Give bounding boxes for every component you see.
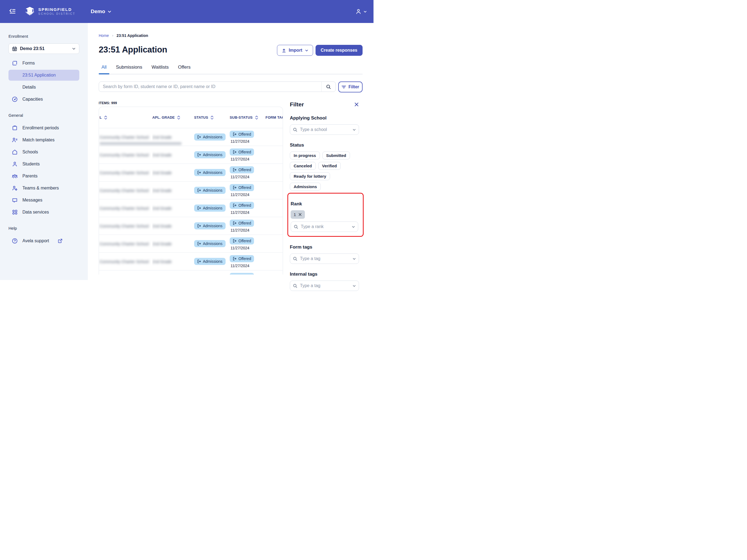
applying-school-input[interactable] — [300, 127, 350, 132]
tab-all[interactable]: All — [99, 65, 109, 74]
person-gear-icon — [12, 185, 18, 191]
column-header-sub-status[interactable]: SUB-STATUS — [230, 116, 265, 120]
environment-label: Demo — [91, 8, 105, 15]
column-header-form-tag[interactable]: FORM TAG — [265, 116, 283, 120]
user-menu[interactable] — [355, 8, 367, 15]
table-row[interactable]: Community Charter School 2nd Grade Admis… — [99, 146, 283, 164]
chevron-down-icon — [72, 47, 76, 51]
sidebar-item-parents[interactable]: Parents — [8, 171, 79, 182]
sort-icon[interactable] — [177, 116, 180, 120]
sub-status-badge[interactable]: Offered — [230, 273, 254, 275]
status-chip-verified[interactable]: Verified — [318, 162, 341, 170]
table-row[interactable]: Community Charter School 2nd Grade Admis… — [99, 253, 283, 271]
sidebar-item-forms[interactable]: Forms — [8, 58, 79, 69]
sidebar-item-messages[interactable]: Messages — [8, 195, 79, 206]
sub-status-badge[interactable]: Offered — [230, 184, 254, 191]
grade-cell-redacted: 2nd Grade — [152, 153, 172, 157]
column-header-school[interactable]: L — [99, 116, 152, 120]
sub-status-badge[interactable]: Offered — [230, 166, 254, 173]
school-cell-redacted: Community Charter School — [100, 206, 149, 210]
table-header-row: L APL. GRADE STATUS — [99, 107, 283, 128]
sort-icon[interactable] — [104, 116, 107, 120]
form-tags-input[interactable] — [300, 256, 350, 261]
sidebar-item-label: Teams & members — [22, 186, 59, 190]
enrollment-period-select[interactable]: Demo 23:51 — [8, 44, 79, 54]
main-content: Home › 23:51 Application 23:51 Applicati… — [88, 23, 374, 280]
tab-submissions[interactable]: Submissions — [113, 65, 145, 74]
sidebar-item-data-services[interactable]: Data services — [8, 207, 79, 218]
column-header-apl-grade[interactable]: APL. GRADE — [152, 116, 194, 120]
search-submit[interactable] — [321, 82, 335, 92]
status-chip-in-progress[interactable]: In progress — [290, 152, 320, 159]
remove-tag-icon[interactable] — [298, 213, 302, 216]
sidebar-item-match-templates[interactable]: Match templates — [8, 134, 79, 146]
sub-status-badge[interactable]: Offered — [230, 131, 254, 138]
environment-dropdown[interactable]: Demo — [91, 8, 111, 15]
brand-subtitle: SCHOOL DISTRICT — [38, 12, 75, 16]
sort-icon[interactable] — [255, 116, 258, 120]
rank-combobox[interactable] — [291, 222, 358, 232]
status-transfer-icon — [197, 206, 201, 210]
sidebar-item-capacities[interactable]: Capacities — [8, 94, 79, 105]
table-row[interactable]: Community Charter School 2nd Grade Admis… — [99, 271, 283, 275]
tab-waitlists[interactable]: Waitlists — [149, 65, 172, 74]
sub-status-date: 11/27/2024 — [230, 246, 249, 250]
search-input[interactable] — [99, 84, 321, 89]
table-row[interactable]: Community Charter School 2nd Grade Admis… — [99, 217, 283, 235]
sidebar-item-label: Data services — [22, 210, 49, 215]
table-row[interactable]: Community Charter School 2nd Grade Admis… — [99, 235, 283, 253]
table-row[interactable]: Community Charter School 2nd Grade Admis… — [99, 128, 283, 146]
sidebar-item-avela-support[interactable]: Avela support — [8, 235, 79, 246]
status-badge[interactable]: Admissions — [194, 258, 226, 265]
sidebar-item-students[interactable]: Students — [8, 159, 79, 170]
collapse-sidebar-icon[interactable] — [9, 7, 17, 16]
sidebar-item-details[interactable]: Details — [8, 82, 79, 93]
chevron-down-icon[interactable] — [352, 225, 355, 229]
status-badge[interactable]: Admissions — [194, 133, 226, 141]
status-chip-canceled[interactable]: Canceled — [290, 162, 316, 170]
brand-logo[interactable]: SPRINGFIELD SCHOOL DISTRICT — [24, 6, 75, 17]
sidebar-item-teams-members[interactable]: Teams & members — [8, 183, 79, 194]
import-button[interactable]: Import — [277, 45, 313, 56]
status-chip-submitted[interactable]: Submitted — [323, 152, 350, 159]
applying-school-combobox[interactable] — [290, 124, 359, 135]
rank-selected-tag[interactable]: 1 — [291, 210, 305, 219]
sort-icon[interactable] — [210, 116, 214, 120]
sub-status-badge[interactable]: Offered — [230, 149, 254, 156]
chevron-down-icon[interactable] — [353, 257, 356, 261]
sub-status-badge[interactable]: Offered — [230, 202, 254, 209]
sidebar-item-schools[interactable]: Schools — [8, 147, 79, 157]
status-chip-ready-for-lottery[interactable]: Ready for lottery — [290, 172, 330, 180]
search-box — [99, 81, 336, 92]
column-header-status[interactable]: STATUS — [194, 116, 230, 120]
school-cell-redacted: Community Charter School — [100, 170, 149, 175]
status-transfer-icon — [233, 168, 236, 172]
filter-button[interactable]: Filter — [338, 81, 363, 93]
sidebar-item-application[interactable]: 23:51 Application — [8, 70, 79, 81]
sub-status-date: 11/27/2024 — [230, 139, 249, 144]
create-responses-button[interactable]: Create responses — [315, 45, 363, 56]
status-badge[interactable]: Admissions — [194, 169, 226, 176]
gauge-icon — [12, 96, 18, 102]
status-transfer-icon — [197, 153, 201, 157]
status-badge[interactable]: Admissions — [194, 222, 226, 229]
tab-offers[interactable]: Offers — [175, 65, 193, 74]
status-badge[interactable]: Admissions — [194, 205, 226, 212]
breadcrumb-home-link[interactable]: Home — [99, 33, 109, 38]
rank-input[interactable] — [301, 224, 349, 229]
sub-status-badge[interactable]: Offered — [230, 220, 254, 227]
status-badge[interactable]: Admissions — [194, 187, 226, 194]
sidebar-item-enrollment-periods[interactable]: Enrollment periods — [8, 123, 79, 133]
status-chip-admissions[interactable]: Admissions — [290, 183, 321, 190]
status-badge[interactable]: Admissions — [194, 240, 226, 247]
table-row[interactable]: Community Charter School 2nd Grade Admis… — [99, 199, 283, 217]
close-icon[interactable] — [354, 102, 359, 107]
chevron-down-icon[interactable] — [353, 128, 356, 131]
enrollment-period-value: Demo 23:51 — [20, 46, 69, 51]
form-tags-combobox[interactable] — [290, 253, 359, 264]
sub-status-badge[interactable]: Offered — [230, 237, 254, 245]
status-badge[interactable]: Admissions — [194, 151, 226, 158]
table-row[interactable]: Community Charter School 2nd Grade Admis… — [99, 182, 283, 199]
table-row[interactable]: Community Charter School 2nd Grade Admis… — [99, 164, 283, 182]
sub-status-badge[interactable]: Offered — [230, 255, 254, 262]
